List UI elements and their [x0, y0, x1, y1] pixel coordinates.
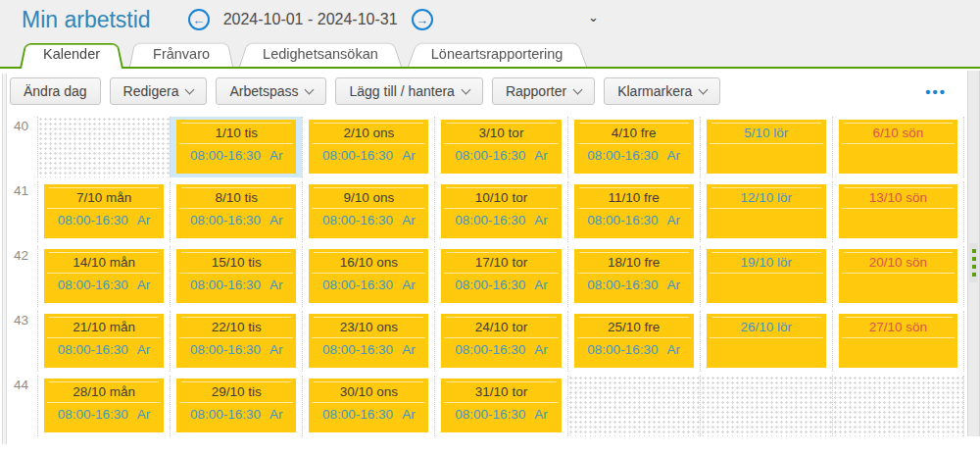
shift-date-label: 16/10 ons	[309, 253, 428, 273]
week-days: 14/10 mån08:00-16:30Ar15/10 tis08:00-16:…	[37, 246, 964, 307]
shift-divider	[842, 208, 955, 209]
next-period-button[interactable]: →	[412, 9, 433, 30]
shift-box: 24/10 tor08:00-16:30Ar	[441, 314, 561, 368]
shift-time-value: 08:00-16:30	[455, 148, 525, 163]
shift-date-label: 18/10 fre	[574, 253, 694, 273]
day-cell[interactable]: 1/10 tis08:00-16:30Ar	[170, 117, 302, 177]
shift-code: Ar	[137, 407, 151, 422]
day-cell[interactable]: 24/10 tor08:00-16:30Ar	[434, 311, 566, 372]
shift-date-label: 21/10 mån	[44, 318, 164, 337]
shift-divider	[842, 273, 955, 274]
week-number: 43	[8, 311, 37, 372]
shift-box: 3/10 tor08:00-16:30Ar	[441, 120, 561, 174]
day-cell[interactable]: 5/10 lör	[700, 117, 832, 177]
day-cell[interactable]: 13/10 sön	[832, 181, 964, 242]
arrow-right-circle-icon: →	[416, 14, 428, 26]
week-row: 4321/10 mån08:00-16:30Ar22/10 tis08:00-1…	[8, 311, 964, 372]
tab-ledighetsansokan[interactable]: Ledighetsansökan	[239, 40, 402, 67]
shift-time-row: 08:00-16:30Ar	[44, 274, 164, 292]
shift-time-value: 08:00-16:30	[455, 407, 525, 422]
shift-code: Ar	[534, 213, 548, 227]
day-cell[interactable]: 9/10 ons08:00-16:30Ar	[302, 181, 434, 242]
arbetspass-dropdown-button[interactable]: Arbetspass	[216, 77, 326, 105]
shift-code: Ar	[137, 342, 151, 357]
empty-day-cell[interactable]	[567, 376, 700, 436]
week-row: 4428/10 mån08:00-16:30Ar29/10 tis08:00-1…	[8, 376, 964, 436]
rapporter-dropdown-button[interactable]: Rapporter	[492, 77, 595, 105]
shift-time-row: 08:00-16:30Ar	[309, 144, 428, 163]
day-cell[interactable]: 23/10 ons08:00-16:30Ar	[302, 311, 434, 372]
day-cell[interactable]: 29/10 tis08:00-16:30Ar	[170, 376, 302, 436]
shift-box: 21/10 mån08:00-16:30Ar	[44, 314, 164, 368]
day-cell[interactable]: 10/10 tor08:00-16:30Ar	[434, 181, 566, 242]
shift-time-value: 08:00-16:30	[455, 277, 525, 292]
shift-time-value: 08:00-16:30	[58, 342, 128, 357]
day-cell[interactable]: 4/10 fre08:00-16:30Ar	[567, 117, 700, 177]
empty-day-cell[interactable]	[832, 376, 964, 436]
shift-code: Ar	[666, 342, 680, 357]
tab-loneartsrapportering[interactable]: Löneartsrapportering	[408, 40, 587, 67]
day-cell[interactable]: 25/10 fre08:00-16:30Ar	[567, 311, 700, 372]
chevron-down-icon	[185, 84, 195, 94]
day-cell[interactable]: 3/10 tor08:00-16:30Ar	[434, 117, 566, 177]
more-options-icon[interactable]: •••	[925, 84, 947, 99]
week-days: 21/10 mån08:00-16:30Ar22/10 tis08:00-16:…	[37, 311, 964, 372]
day-cell[interactable]: 19/10 lör	[700, 246, 832, 307]
day-cell[interactable]: 27/10 sön	[832, 311, 964, 372]
shift-time-value: 08:00-16:30	[587, 277, 658, 292]
day-cell[interactable]: 14/10 mån08:00-16:30Ar	[37, 246, 170, 307]
day-cell[interactable]: 16/10 ons08:00-16:30Ar	[302, 246, 434, 307]
empty-day-cell[interactable]	[37, 117, 170, 177]
shift-date-label: 23/10 ons	[309, 318, 428, 337]
shift-code: Ar	[534, 407, 548, 422]
tab-kalender[interactable]: Kalender	[20, 40, 123, 69]
shift-date-label: 31/10 tor	[441, 382, 561, 402]
klarmarkera-dropdown-button[interactable]: Klarmarkera	[604, 77, 720, 105]
shift-time-value: 08:00-16:30	[322, 342, 393, 357]
shift-date-label: 28/10 mån	[44, 382, 164, 402]
button-label: Redigera	[123, 83, 179, 99]
day-cell[interactable]: 6/10 sön	[832, 117, 964, 177]
shift-box: 6/10 sön	[839, 120, 957, 174]
shift-date-label: 1/10 tis	[176, 124, 296, 143]
shift-time-value: 08:00-16:30	[322, 148, 393, 163]
prev-period-button[interactable]: ←	[188, 9, 210, 30]
tab-label: Löneartsrapportering	[431, 46, 564, 62]
shift-time-row: 08:00-16:30Ar	[309, 403, 428, 422]
shift-time-row: 08:00-16:30Ar	[574, 209, 694, 227]
day-cell[interactable]: 2/10 ons08:00-16:30Ar	[302, 117, 434, 177]
redigera-dropdown-button[interactable]: Redigera	[110, 77, 208, 105]
shift-time-value: 08:00-16:30	[322, 277, 393, 292]
shift-divider	[842, 143, 955, 144]
tab-franvaro[interactable]: Frånvaro	[129, 40, 233, 67]
day-cell[interactable]: 12/10 lör	[700, 181, 832, 242]
day-cell[interactable]: 20/10 sön	[832, 246, 964, 307]
day-cell[interactable]: 17/10 tor08:00-16:30Ar	[434, 246, 566, 307]
shift-time-row: 08:00-16:30Ar	[176, 209, 296, 227]
shift-time-row: 08:00-16:30Ar	[176, 144, 296, 163]
day-cell[interactable]: 22/10 tis08:00-16:30Ar	[170, 311, 302, 372]
day-cell[interactable]: 18/10 fre08:00-16:30Ar	[567, 246, 700, 307]
shift-time-row: 08:00-16:30Ar	[309, 338, 428, 357]
week-number: 40	[8, 117, 37, 177]
day-cell[interactable]: 26/10 lör	[700, 311, 832, 372]
chevron-down-icon[interactable]: ⌄	[588, 10, 599, 25]
shift-time-value: 08:00-16:30	[190, 277, 261, 292]
day-cell[interactable]: 21/10 mån08:00-16:30Ar	[37, 311, 170, 372]
day-cell[interactable]: 28/10 mån08:00-16:30Ar	[37, 376, 170, 436]
lagg-till-hantera-dropdown-button[interactable]: Lägg till / hantera	[335, 77, 482, 105]
day-cell[interactable]: 8/10 tis08:00-16:30Ar	[170, 181, 302, 242]
shift-divider	[710, 273, 823, 274]
day-cell[interactable]: 30/10 ons08:00-16:30Ar	[302, 376, 434, 436]
shift-time-value: 08:00-16:30	[58, 407, 128, 422]
day-cell[interactable]: 31/10 tor08:00-16:30Ar	[434, 376, 566, 436]
toolbar: Ändra dag Redigera Arbetspass Lägg till …	[0, 69, 980, 113]
andra-dag-button[interactable]: Ändra dag	[10, 77, 101, 105]
page-title: Min arbetstid	[22, 7, 151, 33]
day-cell[interactable]: 7/10 mån08:00-16:30Ar	[37, 181, 170, 242]
day-cell[interactable]: 11/10 fre08:00-16:30Ar	[567, 181, 700, 242]
shift-code: Ar	[270, 277, 283, 292]
day-cell[interactable]: 15/10 tis08:00-16:30Ar	[170, 246, 302, 307]
splitter-handle[interactable]	[969, 243, 978, 282]
empty-day-cell[interactable]	[700, 376, 832, 436]
